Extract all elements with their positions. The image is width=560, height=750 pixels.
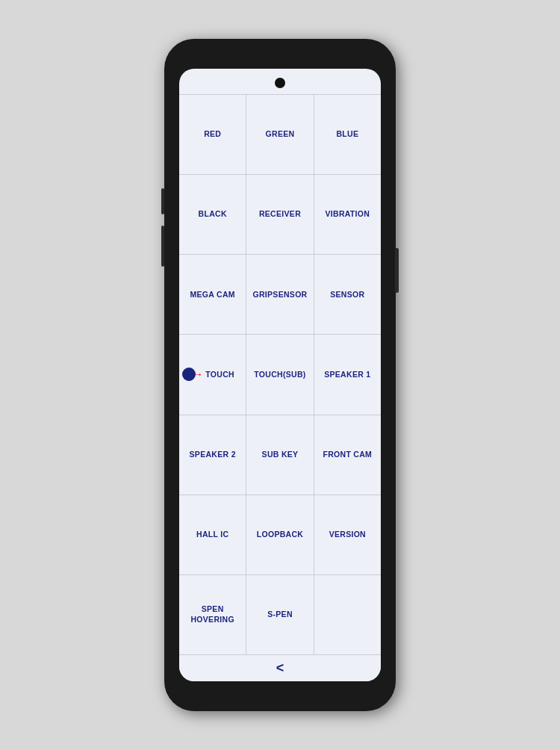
grid-item-vibration[interactable]: VIBRATION <box>314 175 381 254</box>
grid-item-black[interactable]: BLACK <box>179 175 246 254</box>
back-button[interactable]: < <box>276 660 284 676</box>
grid-item-loopback[interactable]: LOOPBACK <box>246 495 313 574</box>
grid-item-gripsensor[interactable]: GRIPSENSOR <box>246 255 313 334</box>
grid-item-empty <box>314 575 381 654</box>
grid-item-touch-sub[interactable]: TOUCH(SUB) <box>246 335 313 414</box>
grid-item-s-pen[interactable]: S-PEN <box>246 575 313 654</box>
touch-arrow-icon: → <box>193 368 203 380</box>
grid-item-hall-ic[interactable]: HALL IC <box>179 495 246 574</box>
grid-item-green[interactable]: GREEN <box>246 95 313 174</box>
grid-item-speaker1[interactable]: SPEAKER 1 <box>314 335 381 414</box>
volume-down-button[interactable] <box>161 226 164 267</box>
grid-item-blue[interactable]: BLUE <box>314 95 381 174</box>
grid-item-sub-key[interactable]: SUB KEY <box>246 415 313 495</box>
grid-item-speaker2[interactable]: SPEAKER 2 <box>179 415 246 495</box>
grid-item-touch[interactable]: → TOUCH <box>179 335 246 414</box>
grid-item-front-cam[interactable]: FRONT CAM <box>314 415 381 495</box>
navigation-bar: < <box>179 654 381 681</box>
phone-screen: RED GREEN BLUE BLACK RECEIVER VIBRATION … <box>179 69 381 681</box>
test-menu-grid: RED GREEN BLUE BLACK RECEIVER VIBRATION … <box>179 94 381 654</box>
grid-item-sensor[interactable]: SENSOR <box>314 255 381 334</box>
phone-device: RED GREEN BLUE BLACK RECEIVER VIBRATION … <box>164 39 396 711</box>
grid-item-spen-hovering[interactable]: SPEN HOVERING <box>179 575 246 654</box>
power-button[interactable] <box>395 248 399 293</box>
grid-item-mega-cam[interactable]: MEGA CAM <box>179 255 246 334</box>
grid-item-red[interactable]: RED <box>179 95 246 174</box>
volume-up-button[interactable] <box>161 188 164 214</box>
grid-item-receiver[interactable]: RECEIVER <box>246 175 313 254</box>
grid-item-version[interactable]: VERSION <box>314 495 381 574</box>
camera-hole <box>275 78 285 88</box>
